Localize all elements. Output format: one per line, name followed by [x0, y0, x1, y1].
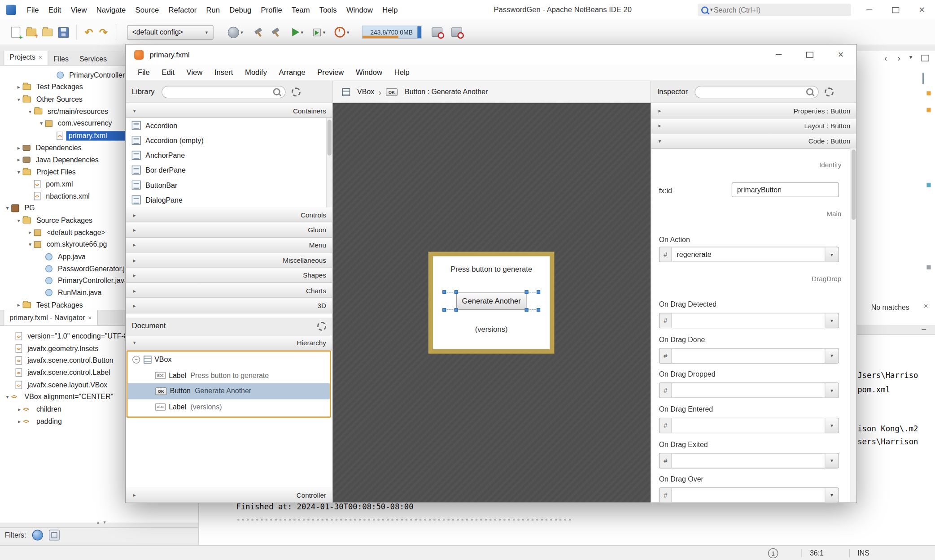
on-drag-dropped-combo[interactable]: #▾ — [659, 382, 839, 398]
gear-icon[interactable] — [317, 321, 326, 330]
close-button[interactable]: × — [909, 0, 935, 20]
library-item-borderpane[interactable]: Bor derPane — [126, 163, 332, 178]
design-label-top[interactable]: Press button to generate — [433, 265, 550, 273]
clean-build-button[interactable] — [271, 27, 282, 37]
warning-stripe-mark[interactable] — [926, 108, 931, 112]
menu-item-modify[interactable]: Modify — [239, 68, 273, 77]
selection-handle[interactable] — [537, 290, 540, 294]
scrollbar[interactable] — [326, 118, 332, 207]
build-project-button[interactable] — [253, 27, 264, 37]
close-button[interactable]: × — [825, 45, 856, 65]
section-code[interactable]: ▾Code : Button — [651, 134, 856, 149]
menu-item-file[interactable]: File — [132, 68, 156, 77]
chevron-down-icon[interactable]: ▾ — [825, 313, 839, 328]
library-item-anchorpane[interactable]: AnchorPane — [126, 148, 332, 163]
menu-item-run[interactable]: Run — [201, 6, 225, 14]
menu-item-navigate[interactable]: Navigate — [92, 6, 131, 14]
gc-button-1[interactable] — [432, 27, 442, 37]
chevron-down-icon[interactable]: ▾ — [825, 488, 839, 503]
selection-handle[interactable] — [525, 308, 529, 312]
collapse-icon[interactable]: ▾ — [26, 109, 34, 114]
selection-handle[interactable] — [442, 290, 446, 294]
expand-icon[interactable]: ▸ — [15, 302, 22, 308]
expand-icon[interactable]: ▸ — [656, 108, 664, 113]
expand-icon[interactable]: ▸ — [16, 418, 23, 424]
menu-item-source[interactable]: Source — [131, 6, 164, 14]
menu-item-debug[interactable]: Debug — [225, 6, 256, 14]
expand-icon[interactable]: ▸ — [131, 492, 138, 498]
menu-item-window[interactable]: Window — [350, 68, 389, 77]
undo-button[interactable]: ↶ — [85, 27, 93, 37]
breadcrumb-item-button[interactable]: Button : Generate Another — [405, 87, 488, 96]
menu-item-help[interactable]: Help — [378, 6, 402, 14]
tab-navigator[interactable]: primary.fxml - Navigator× — [4, 310, 98, 326]
menu-item-edit[interactable]: Edit — [156, 68, 180, 77]
expand-icon[interactable]: ▸ — [131, 273, 138, 278]
collapse-icon[interactable]: − — [132, 356, 140, 363]
chevron-down-icon[interactable]: ▾ — [825, 418, 839, 433]
menu-item-team[interactable]: Team — [287, 6, 315, 14]
tab-projects[interactable]: Projects× — [4, 51, 48, 65]
expand-icon[interactable]: ▸ — [26, 230, 34, 235]
collapse-icon[interactable]: ▾ — [15, 169, 22, 175]
collapse-up-icon[interactable]: ▲ — [96, 520, 100, 525]
collapse-icon[interactable]: ▾ — [15, 217, 22, 223]
notifications-button[interactable]: 1 — [768, 548, 778, 559]
library-item-accordion[interactable]: Accordion — [126, 118, 332, 133]
expand-icon[interactable]: ▸ — [15, 157, 22, 163]
scene-builder-titlebar[interactable]: primary.fxml × — [126, 45, 856, 65]
deploy-button[interactable]: ▾ — [227, 26, 243, 38]
filter-show-inherited-button[interactable] — [32, 530, 43, 541]
collapse-icon[interactable]: ▾ — [38, 121, 45, 126]
expand-icon[interactable]: ▸ — [131, 212, 138, 218]
section-containers[interactable]: ▾ Containers — [126, 103, 332, 118]
new-project-button[interactable] — [26, 28, 36, 36]
close-icon[interactable]: × — [39, 54, 43, 61]
debug-project-button[interactable]: ▾ — [312, 28, 325, 37]
selection-handle[interactable] — [442, 308, 446, 312]
split-editor-icon[interactable] — [922, 73, 924, 84]
search-input[interactable] — [712, 5, 847, 14]
close-icon[interactable]: × — [88, 314, 92, 321]
menu-item-tools[interactable]: Tools — [315, 6, 341, 14]
save-all-button[interactable] — [58, 27, 69, 37]
expand-icon[interactable]: ▸ — [656, 123, 664, 129]
collapse-icon[interactable]: ▾ — [26, 242, 34, 247]
chevron-down-icon[interactable]: ▾ — [825, 383, 839, 398]
menu-item-view[interactable]: View — [180, 68, 208, 77]
on-drag-done-combo[interactable]: #▾ — [659, 348, 839, 364]
maximize-button[interactable] — [794, 45, 825, 65]
memory-indicator[interactable]: 243.8/700.0MB — [362, 26, 421, 39]
expand-icon[interactable]: ▸ — [131, 287, 138, 293]
chevron-down-icon[interactable]: ▾ — [909, 54, 913, 60]
on-drag-over-combo[interactable]: #▾ — [659, 487, 839, 502]
on-drag-detected-combo[interactable]: #▾ — [659, 313, 839, 329]
section-3d[interactable]: ▸3D — [126, 298, 332, 313]
library-item-accordion-empty[interactable]: Accordion (empty) — [126, 133, 332, 148]
collapse-icon[interactable]: ▾ — [4, 205, 11, 211]
selection-handle[interactable] — [454, 308, 458, 312]
section-layout[interactable]: ▸Layout : Button — [651, 118, 856, 134]
hierarchy-item-label-bottom[interactable]: abc Label (versions) — [127, 399, 330, 415]
close-icon[interactable]: × — [924, 302, 928, 311]
menu-item-edit[interactable]: Edit — [44, 6, 66, 14]
design-canvas[interactable]: Press button to generate Generate Anothe… — [333, 103, 651, 502]
config-select[interactable]: <default config>▾ — [127, 25, 213, 39]
section-hierarchy[interactable]: ▾ Hierarchy — [126, 335, 332, 350]
collapse-icon[interactable]: ▾ — [656, 138, 664, 144]
collapse-icon[interactable]: ▾ — [4, 394, 11, 400]
library-search-input[interactable] — [167, 87, 273, 96]
section-controls[interactable]: ▸Controls — [126, 208, 332, 223]
section-shapes[interactable]: ▸Shapes — [126, 268, 332, 283]
menu-item-view[interactable]: View — [66, 6, 92, 14]
selection-handle[interactable] — [537, 308, 540, 312]
design-button[interactable]: Generate Another — [456, 292, 527, 310]
collapse-icon[interactable]: ▾ — [131, 108, 138, 113]
section-charts[interactable]: ▸Charts — [126, 283, 332, 298]
expand-icon[interactable]: ▸ — [131, 242, 138, 248]
minimize-button[interactable] — [763, 45, 794, 65]
inspector-search[interactable] — [695, 86, 819, 98]
maximize-button[interactable] — [883, 0, 909, 20]
scrollbar[interactable] — [850, 148, 856, 502]
run-project-button[interactable]: ▾ — [292, 28, 303, 36]
